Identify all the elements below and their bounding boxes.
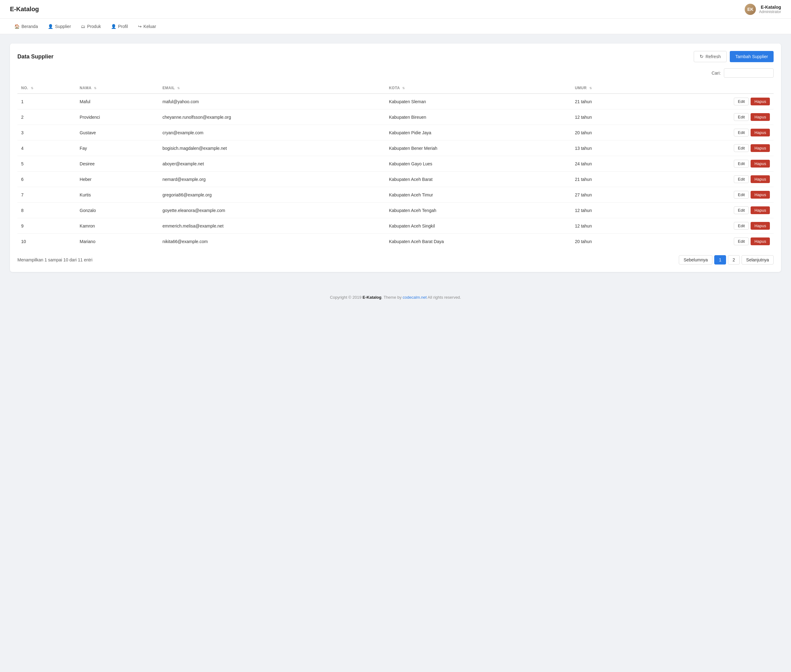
col-kota: KOTA ⇅ bbox=[385, 83, 571, 94]
page-2-button[interactable]: 2 bbox=[728, 255, 740, 264]
edit-button[interactable]: Edit bbox=[734, 206, 749, 214]
main-content: Data Supplier ↻ Refresh Tambah Supplier … bbox=[0, 34, 791, 281]
user-role: Administrator bbox=[759, 10, 781, 14]
table-row: 6 Heber nemard@example.org Kabupaten Ace… bbox=[18, 171, 773, 187]
hapus-button[interactable]: Hapus bbox=[751, 175, 770, 183]
table-head: NO. ⇅ NAMA ⇅ EMAIL ⇅ KOTA ⇅ bbox=[18, 83, 773, 94]
nav-produk[interactable]: 🗂 Produk bbox=[77, 21, 105, 31]
cell-kota: Kabupaten Sleman bbox=[385, 94, 571, 109]
edit-button[interactable]: Edit bbox=[734, 237, 749, 245]
nav-keluar[interactable]: ↪ Keluar bbox=[134, 21, 160, 31]
hapus-button[interactable]: Hapus bbox=[751, 237, 770, 245]
cell-kota: Kabupaten Aceh Timur bbox=[385, 187, 571, 203]
nav-supplier-label: Supplier bbox=[55, 24, 71, 29]
col-email: EMAIL ⇅ bbox=[159, 83, 385, 94]
nav-profil-label: Profil bbox=[118, 24, 128, 29]
cell-umur: 12 tahun bbox=[571, 109, 644, 125]
hapus-button[interactable]: Hapus bbox=[751, 113, 770, 121]
cell-email: cryan@example.com bbox=[159, 125, 385, 141]
table-row: 4 Fay bogisich.magdalen@example.net Kabu… bbox=[18, 141, 773, 156]
hapus-button[interactable]: Hapus bbox=[751, 160, 770, 168]
col-no: NO. ⇅ bbox=[18, 83, 76, 94]
hapus-button[interactable]: Hapus bbox=[751, 191, 770, 198]
cell-actions: Edit Hapus bbox=[644, 141, 773, 156]
col-umur: UMUR ⇅ bbox=[571, 83, 644, 94]
sort-nama-icon: ⇅ bbox=[94, 86, 97, 90]
prev-page-button[interactable]: Sebelumnya bbox=[679, 255, 713, 264]
search-input[interactable] bbox=[724, 69, 773, 78]
cell-actions: Edit Hapus bbox=[644, 203, 773, 218]
data-supplier-card: Data Supplier ↻ Refresh Tambah Supplier … bbox=[10, 43, 781, 272]
cell-kota: Kabupaten Bireuen bbox=[385, 109, 571, 125]
edit-button[interactable]: Edit bbox=[734, 144, 749, 152]
footer-link: codecalm.net bbox=[403, 295, 427, 300]
row-actions: Edit Hapus bbox=[648, 144, 770, 152]
add-supplier-button[interactable]: Tambah Supplier bbox=[730, 51, 773, 62]
footer-end: All rights reserved. bbox=[427, 295, 461, 300]
row-actions: Edit Hapus bbox=[648, 175, 770, 183]
cell-umur: 12 tahun bbox=[571, 218, 644, 234]
cell-no: 8 bbox=[18, 203, 76, 218]
nav-produk-label: Produk bbox=[87, 24, 101, 29]
table-header-row: NO. ⇅ NAMA ⇅ EMAIL ⇅ KOTA ⇅ bbox=[18, 83, 773, 94]
edit-button[interactable]: Edit bbox=[734, 98, 749, 106]
col-no-label: NO. bbox=[21, 86, 28, 90]
cell-nama: Heber bbox=[76, 171, 158, 187]
nav-supplier[interactable]: 👤 Supplier bbox=[43, 21, 75, 31]
keluar-icon: ↪ bbox=[138, 24, 142, 29]
table-row: 7 Kurtis gregoria86@example.org Kabupate… bbox=[18, 187, 773, 203]
cell-kota: Kabupaten Bener Meriah bbox=[385, 141, 571, 156]
page-1-button[interactable]: 1 bbox=[714, 255, 726, 264]
cell-no: 1 bbox=[18, 94, 76, 109]
supplier-table: NO. ⇅ NAMA ⇅ EMAIL ⇅ KOTA ⇅ bbox=[18, 83, 773, 249]
next-page-button[interactable]: Selanjutnya bbox=[741, 255, 773, 264]
cell-umur: 20 tahun bbox=[571, 125, 644, 141]
nav-keluar-label: Keluar bbox=[144, 24, 156, 29]
user-name: E-Katalog bbox=[759, 5, 781, 10]
cell-email: bogisich.magdalen@example.net bbox=[159, 141, 385, 156]
cell-email: gregoria86@example.org bbox=[159, 187, 385, 203]
edit-button[interactable]: Edit bbox=[734, 160, 749, 168]
cell-nama: Gonzalo bbox=[76, 203, 158, 218]
user-details: E-Katalog Administrator bbox=[759, 5, 781, 14]
hapus-button[interactable]: Hapus bbox=[751, 222, 770, 230]
cell-nama: Desiree bbox=[76, 156, 158, 171]
hapus-button[interactable]: Hapus bbox=[751, 144, 770, 152]
pagination: Sebelumnya 1 2 Selanjutnya bbox=[679, 255, 773, 264]
cell-actions: Edit Hapus bbox=[644, 156, 773, 171]
footer-brand: E-Katalog bbox=[363, 295, 382, 300]
edit-button[interactable]: Edit bbox=[734, 175, 749, 183]
edit-button[interactable]: Edit bbox=[734, 113, 749, 121]
search-label: Cari: bbox=[711, 70, 721, 75]
cell-email: goyette.eleanora@example.com bbox=[159, 203, 385, 218]
cell-umur: 27 tahun bbox=[571, 187, 644, 203]
cell-email: nikita66@example.com bbox=[159, 234, 385, 249]
edit-button[interactable]: Edit bbox=[734, 191, 749, 198]
profil-icon: 👤 bbox=[111, 24, 116, 29]
edit-button[interactable]: Edit bbox=[734, 222, 749, 230]
edit-button[interactable]: Edit bbox=[734, 129, 749, 136]
col-umur-label: UMUR bbox=[575, 86, 587, 90]
cell-nama: Fay bbox=[76, 141, 158, 156]
cell-umur: 12 tahun bbox=[571, 203, 644, 218]
table-row: 5 Desiree aboyer@example.net Kabupaten G… bbox=[18, 156, 773, 171]
nav-beranda[interactable]: 🏠 Beranda bbox=[10, 21, 42, 31]
cell-no: 9 bbox=[18, 218, 76, 234]
hapus-button[interactable]: Hapus bbox=[751, 129, 770, 136]
cell-actions: Edit Hapus bbox=[644, 125, 773, 141]
header: E-Katalog EK E-Katalog Administrator bbox=[0, 0, 791, 19]
nav-profil[interactable]: 👤 Profil bbox=[107, 21, 133, 31]
pagination-row: Menampilkan 1 sampai 10 dari 11 entri Se… bbox=[18, 255, 773, 264]
refresh-button[interactable]: ↻ Refresh bbox=[694, 51, 727, 62]
pagination-info: Menampilkan 1 sampai 10 dari 11 entri bbox=[18, 258, 92, 262]
col-nama: NAMA ⇅ bbox=[76, 83, 158, 94]
cell-kota: Kabupaten Pidie Jaya bbox=[385, 125, 571, 141]
hapus-button[interactable]: Hapus bbox=[751, 98, 770, 106]
cell-actions: Edit Hapus bbox=[644, 109, 773, 125]
footer: Copyright © 2019 E-Katalog. Theme by cod… bbox=[0, 288, 791, 307]
search-row: Cari: bbox=[18, 69, 773, 78]
cell-nama: Mariano bbox=[76, 234, 158, 249]
hapus-button[interactable]: Hapus bbox=[751, 206, 770, 214]
home-icon: 🏠 bbox=[14, 24, 19, 29]
cell-actions: Edit Hapus bbox=[644, 218, 773, 234]
